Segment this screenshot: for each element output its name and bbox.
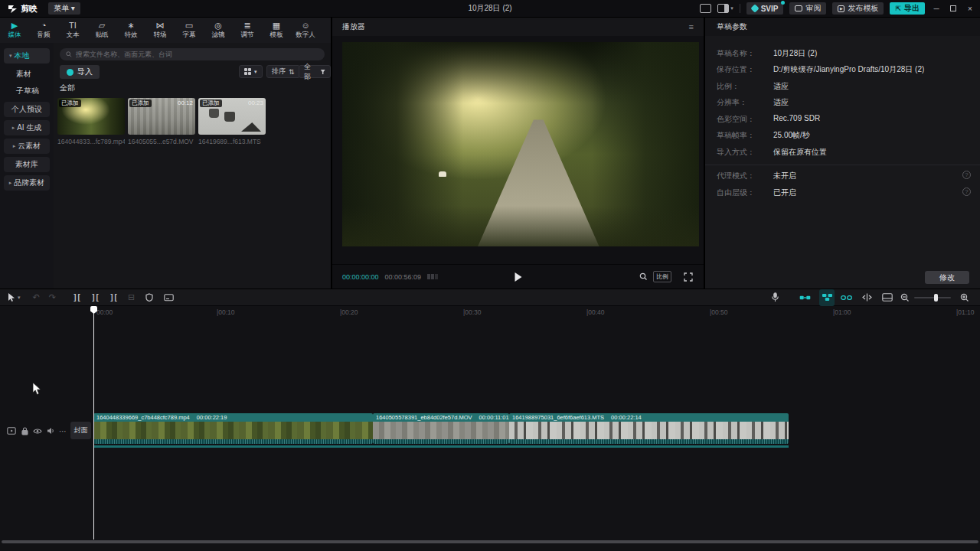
speaker-icon[interactable]	[45, 425, 56, 436]
track-height-icon[interactable]	[882, 289, 893, 306]
timeline-panel: ▾ ↶ ↷ ][ ][ ][ ⊟	[0, 289, 980, 551]
select-tool-caret[interactable]: ▾	[18, 289, 21, 306]
tab-filter[interactable]: ◎滤镜	[204, 19, 233, 42]
player-layout-icon[interactable]	[700, 4, 711, 13]
tab-digital-human[interactable]: ☺数字人	[291, 19, 320, 42]
sort-button[interactable]: 排序 ⇅	[266, 65, 300, 78]
lock-icon[interactable]	[19, 425, 30, 436]
tab-effects[interactable]: ∗特效	[116, 19, 145, 42]
split-right-icon[interactable]: ][	[109, 289, 117, 306]
maximize-button[interactable]	[948, 3, 959, 14]
zoom-slider-handle[interactable]	[934, 294, 938, 302]
mask-shield-icon[interactable]	[145, 289, 153, 306]
help-icon[interactable]: ?	[962, 187, 971, 196]
timeline-clip-3[interactable]: 1641988975031_6ef6f6aef613.MTS00:00:22:1…	[509, 413, 789, 444]
linkage-icon[interactable]	[841, 289, 852, 306]
tab-transition[interactable]: ⋈转场	[145, 19, 175, 42]
media-item-3[interactable]: 已添加 00:23	[198, 98, 266, 135]
adjust-icon: ≣	[243, 21, 250, 30]
timeline-zoom-slider[interactable]	[914, 297, 951, 298]
ratio-button[interactable]: 比例	[653, 271, 671, 282]
timeline-ruler[interactable]: 00:00 |00:10 |00:20 |00:30 |00:40 |00:50…	[0, 306, 980, 317]
clip-filmstrip	[373, 422, 509, 439]
delete-icon[interactable]: ⊟	[128, 289, 135, 306]
record-mic-icon[interactable]	[772, 289, 779, 306]
playhead-line[interactable]	[93, 306, 94, 540]
sidebar-item-brand-material[interactable]: ▸品牌素材	[4, 175, 50, 191]
sidebar-item-material-library[interactable]: 素材库	[4, 157, 50, 172]
sidebar-item-local[interactable]: ▾本地	[4, 48, 50, 64]
tab-text[interactable]: TI文本	[58, 19, 87, 42]
svip-notify-dot	[781, 1, 785, 5]
select-tool-icon[interactable]	[8, 289, 16, 306]
publish-template-button[interactable]: ▶ 发布模板	[832, 2, 884, 15]
clip-name: 1641988975031_6ef6f6aef613.MTS	[512, 414, 604, 421]
row-label: 比例：	[717, 81, 740, 92]
clip-duration: 00:00:22:19	[197, 414, 227, 421]
clip-filmstrip	[93, 422, 373, 439]
timeline-clip-2[interactable]: 1640505578391_eb84d02fe57d.MOV00:00:11:0…	[373, 413, 509, 444]
redo-icon[interactable]: ↷	[49, 289, 56, 306]
sidebar-item-ai-generate[interactable]: ▸AI 生成	[4, 120, 50, 135]
tab-audio[interactable]: ◔音频	[29, 19, 58, 42]
row-label: 自由层级：	[717, 187, 755, 198]
player-menu-icon[interactable]: ≡	[689, 22, 694, 31]
player-controls: 00:00:00:00 00:00:56:09 比例	[332, 264, 704, 289]
duration-label: 00:12	[178, 99, 193, 106]
zoom-in-icon[interactable]	[960, 289, 969, 306]
preview-quality-icon[interactable]	[427, 274, 438, 279]
media-item-2[interactable]: 已添加 00:12	[128, 98, 195, 135]
timeline-clip-1[interactable]: 1640448339669_c7b448cfc789.mp400:00:22:1…	[93, 413, 373, 444]
zoom-out-icon[interactable]	[900, 289, 910, 306]
birdcage-shape	[209, 109, 219, 118]
auto-snap-icon[interactable]	[819, 289, 835, 306]
minimize-button[interactable]: ─	[931, 3, 942, 14]
eye-icon[interactable]	[32, 425, 43, 436]
play-button[interactable]	[514, 272, 521, 282]
tab-adjust[interactable]: ≣调节	[233, 19, 262, 42]
split-icon[interactable]: ][	[73, 289, 80, 306]
sidebar-item-subdraft[interactable]: 子草稿	[4, 83, 50, 99]
clip-filmstrip	[509, 422, 789, 439]
row-label: 草稿帧率：	[717, 130, 755, 141]
cover-button[interactable]: 封面	[70, 422, 91, 439]
chevron-down-icon: ▾	[254, 69, 257, 75]
row-label: 色彩空间：	[717, 114, 755, 125]
horizontal-scrollbar[interactable]	[2, 540, 978, 543]
svip-button[interactable]: SVIP	[746, 2, 784, 15]
video-preview[interactable]	[342, 42, 699, 246]
fullscreen-icon[interactable]	[684, 272, 693, 282]
undo-icon[interactable]: ↶	[33, 289, 40, 306]
menu-button[interactable]: 菜单 ▾	[48, 2, 80, 15]
more-icon[interactable]: ⋯	[57, 425, 68, 436]
preview-axis-icon[interactable]	[862, 289, 872, 306]
media-item-1[interactable]: 已添加	[57, 98, 125, 135]
player-panel: 播放器 ≡ 00:00:00:00 00:00:56:09 比例	[332, 18, 704, 289]
import-mode-value: 保留在原有位置	[773, 147, 827, 158]
modify-button[interactable]: 修改	[925, 271, 969, 284]
sidebar-item-cloud-material[interactable]: ▸云素材	[4, 139, 50, 154]
sidebar-item-material[interactable]: 素材	[4, 67, 50, 82]
panel-layout-button[interactable]: ▾	[717, 4, 733, 13]
split-left-icon[interactable]: ][	[91, 289, 99, 306]
close-button[interactable]: ×	[965, 3, 975, 14]
tab-sticker[interactable]: ▱贴纸	[87, 19, 116, 42]
tab-caption[interactable]: ▭字幕	[175, 19, 204, 42]
import-button[interactable]: 导入	[60, 65, 100, 79]
preview-zoom-icon[interactable]	[639, 272, 648, 282]
search-input[interactable]: 搜索文件名称、画面元素、台词	[60, 48, 325, 60]
view-mode-button[interactable]: ▾	[239, 65, 263, 78]
app-logo-icon	[8, 4, 18, 14]
tab-template[interactable]: ▦模板	[262, 19, 291, 42]
filter-button[interactable]: 全部	[299, 65, 331, 78]
media-tab-bar: ▶媒体 ◔音频 TI文本 ▱贴纸 ∗特效 ⋈转场 ▭字幕 ◎滤镜 ≣调节 ▦模板…	[0, 18, 331, 43]
sidebar-item-personal-preset[interactable]: 个人预设	[4, 102, 50, 117]
audio-icon: ◔	[41, 21, 47, 30]
review-button[interactable]: 审阅	[789, 2, 826, 15]
main-track-magnet-icon[interactable]	[799, 289, 811, 306]
help-icon[interactable]: ?	[962, 171, 971, 179]
tab-media[interactable]: ▶媒体	[0, 19, 29, 42]
auto-caption-icon[interactable]	[164, 289, 174, 306]
audio-level-bar	[93, 445, 789, 448]
export-button[interactable]: ⇱ 导出	[890, 2, 925, 15]
